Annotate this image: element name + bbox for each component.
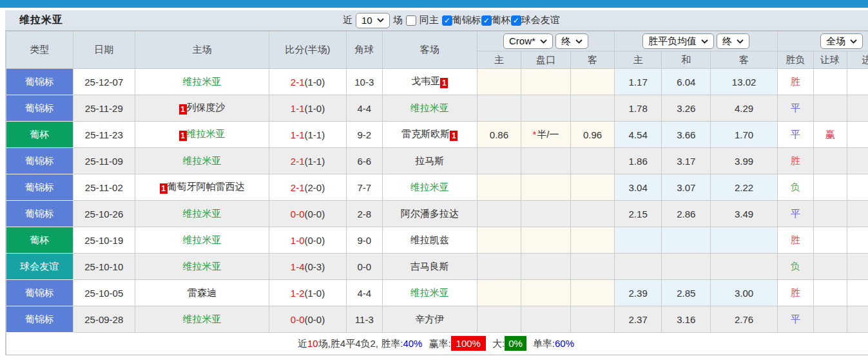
avg-draw-odds xyxy=(662,227,711,254)
avg-odds-time-value: 终 xyxy=(722,35,732,47)
odds-company-time-select[interactable]: 终 xyxy=(555,33,588,49)
crow-handicap-line xyxy=(521,306,570,333)
avg-draw-odds xyxy=(662,254,711,280)
sub-header-avg-away: 客 xyxy=(711,51,778,69)
chevron-down-icon xyxy=(701,39,708,44)
recent-count-value: 10 xyxy=(362,15,372,26)
check-icon: ✓ xyxy=(483,17,490,24)
same-home-label: 同主 xyxy=(420,14,439,26)
score: 2-1(1-1) xyxy=(269,148,347,174)
corners: 10-3 xyxy=(346,69,382,95)
home-team: 维拉米亚 xyxy=(135,69,269,95)
league-label-1: 葡杯 xyxy=(492,14,511,26)
away-team: 雷克斯欧斯1 xyxy=(382,122,477,148)
crow-home-odds xyxy=(477,69,521,95)
red-card-badge: 1 xyxy=(450,131,458,141)
crow-home-odds xyxy=(477,254,521,280)
check-icon: ✓ xyxy=(444,17,450,24)
home-team: 维拉米亚 xyxy=(135,227,269,254)
crow-handicap-line: *半/一 xyxy=(521,122,570,148)
odds-company-value: Crow* xyxy=(509,35,535,47)
odds-company-header-group: Crow* 终 xyxy=(477,32,614,51)
odds-company-select[interactable]: Crow* xyxy=(503,33,553,49)
handicap-result-cell xyxy=(813,254,847,280)
result-cell: 平 xyxy=(777,201,813,227)
result-cell: 平 xyxy=(777,306,813,333)
halftime-score: (1-0) xyxy=(304,288,325,299)
avg-home-odds xyxy=(615,254,662,280)
fulltime-score: 1-0 xyxy=(291,235,305,246)
handicap-result-cell xyxy=(813,227,847,254)
avg-draw-odds: 2.86 xyxy=(662,201,711,227)
sub-header-avg-home: 主 xyxy=(615,51,662,69)
handicap-result-cell: 赢 xyxy=(813,122,847,148)
halftime-score: (2-0) xyxy=(304,182,325,193)
league-type-badge: 葡锦标 xyxy=(6,306,73,333)
crow-home-odds xyxy=(477,201,521,227)
fulltime-score: 0-0 xyxy=(291,314,305,325)
handicap-result-cell xyxy=(813,280,847,306)
home-team-name: 葡萄牙阿帕雷西达 xyxy=(168,181,245,192)
result-cell: 胜 xyxy=(777,148,813,174)
red-card-badge: 1 xyxy=(160,183,168,194)
summary-count: 10 xyxy=(307,338,318,349)
chevron-down-icon xyxy=(737,39,744,44)
summary-win-rate-label: 赢率: xyxy=(429,338,450,349)
match-row: 球会友谊25-10-10维拉米亚1-4(0-3)0-0吉马良斯负 xyxy=(6,254,868,280)
match-date: 25-11-29 xyxy=(73,95,135,122)
avg-away-odds: 3.49 xyxy=(711,201,778,227)
home-team: 维拉米亚 xyxy=(135,254,269,280)
avg-away-odds: 2.76 xyxy=(711,306,778,333)
handicap-result-cell xyxy=(813,306,847,333)
league-type-badge: 球会友谊 xyxy=(6,254,73,280)
home-team: 维拉米亚 xyxy=(135,306,269,333)
away-team-name: 吉马良斯 xyxy=(410,261,449,272)
league-type-badge: 葡锦标 xyxy=(6,69,73,95)
home-team: 1维拉米亚 xyxy=(135,122,269,148)
away-team-name: 拉马斯 xyxy=(415,155,444,166)
scope-select[interactable]: 全场 xyxy=(820,33,863,49)
away-team-name: 辛方伊 xyxy=(415,313,444,324)
avg-odds-time-select[interactable]: 终 xyxy=(717,33,749,49)
home-team-name: 维拉米亚 xyxy=(183,313,222,324)
avg-home-odds: 2.37 xyxy=(615,306,662,333)
score: 0-0(0-0) xyxy=(269,306,347,333)
league-checkbox-0[interactable]: ✓ xyxy=(442,15,452,26)
sub-header-crow-line: 盘口 xyxy=(521,51,570,69)
away-team: 阿尔潘多拉达 xyxy=(382,201,477,227)
away-team: 戈韦亚1 xyxy=(382,69,477,95)
corners: 7-7 xyxy=(346,174,382,201)
red-card-badge: 1 xyxy=(179,131,187,141)
result-cell: 平 xyxy=(777,122,813,148)
chevron-down-icon xyxy=(377,18,384,23)
same-home-checkbox[interactable] xyxy=(406,15,416,26)
league-checkbox-2[interactable]: ✓ xyxy=(511,15,521,26)
avg-home-odds: 1.86 xyxy=(615,148,662,174)
away-team: 维拉凯兹 xyxy=(382,227,477,254)
league-checkbox-1[interactable]: ✓ xyxy=(481,15,492,26)
check-icon: ✓ xyxy=(513,17,519,24)
result-cell: 胜 xyxy=(777,69,813,95)
corners: 9-0 xyxy=(346,227,382,254)
summary-middle: 场,胜4平4负2, 胜率: xyxy=(318,338,403,349)
avg-draw-odds: 3.26 xyxy=(662,95,711,122)
handicap-result-cell xyxy=(813,148,847,174)
away-team: 拉马斯 xyxy=(382,148,477,174)
match-date: 25-11-09 xyxy=(73,148,135,174)
fulltime-score: 2-1 xyxy=(291,77,305,88)
handicap-result-cell xyxy=(813,201,847,227)
match-row: 葡锦标25-10-05雷森迪1-2(1-0)4-4维拉米亚2.392.853.0… xyxy=(6,280,868,306)
crow-handicap-line xyxy=(521,201,570,227)
crow-home-odds xyxy=(477,95,521,122)
fulltime-score: 0-0 xyxy=(291,209,305,219)
corners: 2-8 xyxy=(346,201,382,227)
avg-draw-odds: 3.07 xyxy=(662,174,711,201)
recent-count-select[interactable]: 10 xyxy=(356,13,390,28)
halftime-score: (1-1) xyxy=(304,129,325,140)
crow-handicap-line xyxy=(521,69,570,95)
filters-bar: 近 10 场 同主 ✓葡锦标✓葡杯✓球会友谊 xyxy=(343,10,560,30)
home-team-name: 维拉米亚 xyxy=(183,155,222,166)
league-type-badge: 葡锦标 xyxy=(6,174,73,201)
avg-odds-select[interactable]: 胜平负均值 xyxy=(642,33,714,49)
avg-away-odds xyxy=(711,254,778,280)
